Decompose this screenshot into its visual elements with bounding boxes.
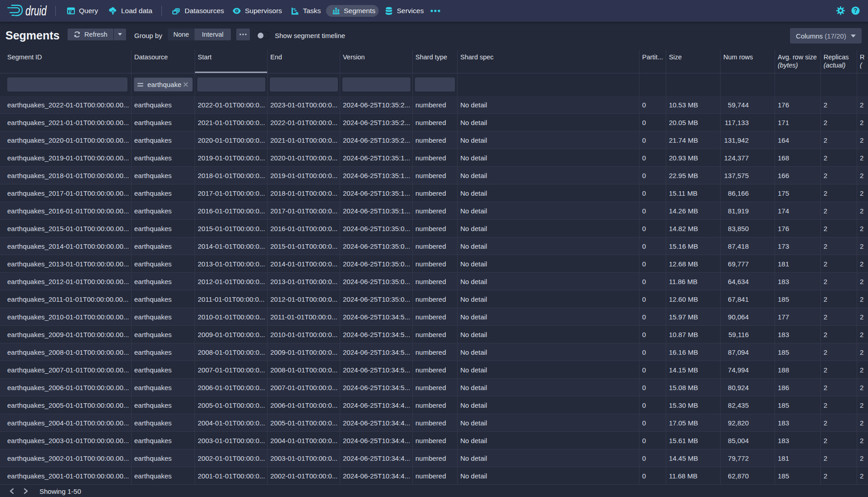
svg-text:?: ? [853,7,857,14]
